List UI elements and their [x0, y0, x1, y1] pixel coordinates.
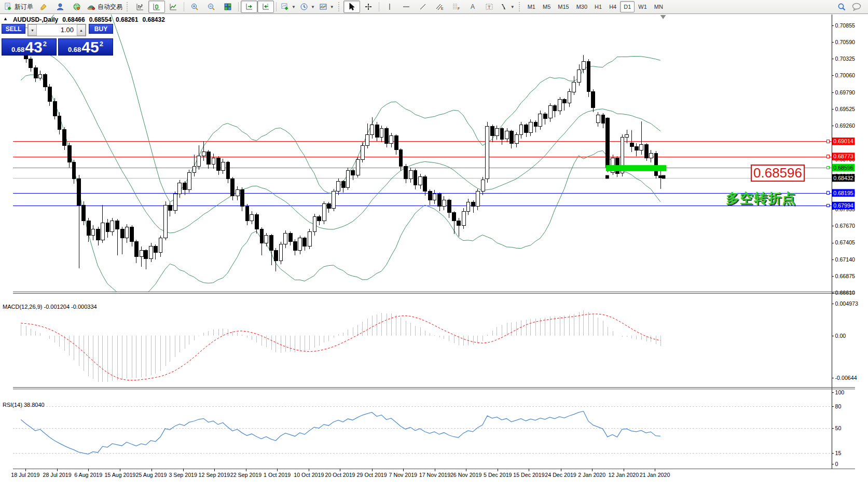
volume-decrease-button[interactable]: ▼	[28, 24, 37, 36]
zoom-in-button[interactable]	[186, 1, 203, 13]
volume-value[interactable]: 1.00	[37, 24, 77, 36]
periods-button[interactable]: ▼	[298, 1, 317, 13]
line-chart-button[interactable]	[165, 1, 182, 13]
timeframe-d1[interactable]: D1	[620, 1, 635, 12]
date-label: 1 Oct 2019	[264, 472, 291, 478]
autotrading-label: 自动交易	[98, 3, 122, 11]
price-tick-label: 0.67140	[835, 256, 856, 263]
chart-symbol-period: AUDUSD-,Daily	[13, 16, 58, 23]
price-tick-label: 0.69525	[835, 106, 856, 112]
timeframe-m30[interactable]: M30	[573, 1, 591, 12]
line-anchor-square	[826, 191, 830, 195]
vertical-line-button[interactable]	[381, 1, 398, 13]
signal-button[interactable]	[68, 1, 85, 13]
equidistant-channel-button[interactable]: E	[431, 1, 448, 13]
svg-text:A: A	[471, 3, 475, 10]
fibonacci-button[interactable]: F	[448, 1, 464, 13]
chart-shift-marker-icon[interactable]	[660, 15, 666, 19]
toolbar-gripper	[519, 2, 522, 11]
highlight-rectangle[interactable]	[606, 165, 666, 171]
panel-separators[interactable]	[13, 292, 856, 469]
price-annotation-box[interactable]: 0.68596	[751, 165, 805, 182]
auto-scroll-button[interactable]	[241, 1, 257, 13]
buy-price-block[interactable]: 0.68 45 2	[58, 38, 113, 56]
timeframe-mn[interactable]: MN	[651, 1, 667, 12]
timeframe-m5[interactable]: M5	[539, 1, 554, 12]
tile-windows-button[interactable]	[219, 1, 236, 13]
zoom-in-icon	[190, 3, 199, 11]
toolbar-right	[837, 2, 866, 11]
dropdown-caret-icon: ▼	[511, 5, 515, 9]
selection-handle[interactable]	[605, 175, 609, 179]
cn-annotation-text[interactable]: 多空转折点	[726, 189, 796, 208]
bar-chart-icon	[136, 3, 144, 11]
profile-icon	[56, 3, 64, 11]
price-tick-label: 0.67405	[835, 239, 856, 245]
macd-panel[interactable]	[21, 310, 660, 382]
signal-globe-icon	[73, 3, 81, 11]
sell-price-sup: 2	[43, 40, 47, 47]
price-tick-label: 0.66875	[835, 273, 856, 279]
zoom-out-button[interactable]	[203, 1, 219, 13]
cursor-button[interactable]	[343, 1, 360, 13]
clock-icon	[300, 3, 308, 11]
cursor-icon	[348, 3, 356, 11]
chart-canvas[interactable]: 0.708550.705900.703250.700600.697900.695…	[0, 15, 868, 493]
bar-chart-button[interactable]	[132, 1, 148, 13]
text-button[interactable]: A	[464, 1, 481, 13]
autotrading-button[interactable]: 自动交易	[85, 1, 125, 13]
templates-button[interactable]: ▼	[317, 1, 336, 13]
date-label: 15 Dec 2019	[513, 472, 545, 478]
time-axis[interactable]: 18 Jul 201928 Jul 20196 Aug 201915 Aug 2…	[11, 469, 670, 478]
rsi-axis: 1008050150	[832, 389, 845, 467]
candlesticks	[19, 38, 662, 271]
chart-low-value: 0.68261	[116, 16, 138, 23]
rsi-tick-label: 100	[835, 389, 845, 395]
new-chart-button[interactable]: ▼	[279, 1, 298, 13]
horizontal-line-button[interactable]	[398, 1, 415, 13]
profile-button[interactable]	[52, 1, 68, 13]
date-label: 12 Jan 2020	[609, 472, 639, 478]
timeframe-h4[interactable]: H4	[605, 1, 620, 12]
new-order-label: 新订单	[15, 3, 33, 11]
sell-price-block[interactable]: 0.68 43 2	[2, 38, 57, 56]
selection-handle[interactable]	[662, 175, 666, 179]
crosshair-button[interactable]	[360, 1, 377, 13]
date-label: 5 Dec 2019	[484, 472, 512, 478]
chart-shift-icon	[261, 3, 270, 11]
price-axis[interactable]: 0.708550.705900.703250.700600.697900.695…	[826, 15, 855, 469]
chart-shift-button[interactable]	[257, 1, 274, 13]
line-chart-icon	[169, 3, 177, 11]
collapse-triangle-icon[interactable]: ▲	[3, 16, 8, 23]
search-icon[interactable]	[837, 2, 846, 11]
new-order-button[interactable]: 新订单	[2, 1, 35, 13]
main-plot[interactable]	[13, 15, 832, 299]
toolbar-gripper	[127, 2, 130, 11]
chat-icon[interactable]	[851, 2, 862, 11]
price-tick-label: 0.69790	[835, 89, 856, 95]
main-toolbar: 新订单 自动交易	[0, 0, 868, 14]
rsi-panel[interactable]	[13, 407, 832, 454]
timeframe-w1[interactable]: W1	[635, 1, 651, 12]
date-label: 29 Oct 2019	[357, 472, 387, 478]
tile-windows-icon	[224, 3, 232, 11]
text-label-button[interactable]: T	[481, 1, 498, 13]
line-anchor-square	[826, 204, 830, 207]
svg-text:E: E	[441, 7, 444, 10]
timeframe-m1[interactable]: M1	[524, 1, 539, 12]
price-level-badge-text: 0.68773	[833, 153, 853, 159]
buy-button[interactable]: BUY	[89, 24, 113, 34]
volume-increase-button[interactable]: ▲	[77, 24, 86, 36]
candlestick-chart-button[interactable]	[148, 1, 165, 13]
arrows-button[interactable]: ▼	[498, 1, 517, 13]
sell-price-base: 0.68	[11, 46, 24, 53]
timeframe-m15[interactable]: M15	[554, 1, 572, 12]
marker-button[interactable]	[35, 1, 52, 13]
toolbar-separator	[379, 2, 379, 11]
sell-button[interactable]: SELL	[2, 24, 25, 34]
timeframe-h1[interactable]: H1	[591, 1, 605, 12]
trendline-button[interactable]	[415, 1, 431, 13]
price-tick-label: 0.70060	[835, 72, 856, 78]
zoom-out-icon	[207, 3, 215, 11]
new-order-icon	[4, 3, 12, 11]
